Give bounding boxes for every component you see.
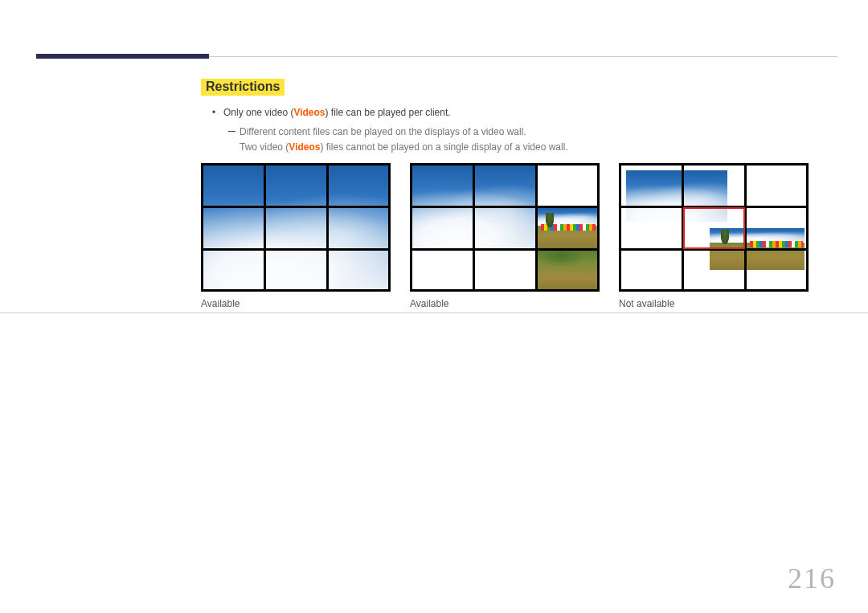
bullet-text: Only one video (Videos) file can be play… [223,105,837,120]
videowall-2 [410,163,600,292]
dash-text: Different content files can be played on… [240,125,837,155]
sky-image [203,166,388,289]
bullet-text-part2: ) file can be played per client. [326,107,451,118]
videowall-1 [201,163,391,292]
bush-icon [546,213,554,227]
caption-rule [0,313,868,313]
caption-2: Available [410,298,600,309]
grid-line [412,248,597,251]
field-image [538,251,597,289]
dash-line2-accent: Videos [289,141,320,153]
grid-line [744,166,747,289]
bullet-item: • Only one video (Videos) file can be pl… [212,105,837,120]
bush-icon [721,230,729,244]
figure-2 [410,163,600,292]
dash-marker [228,125,240,155]
figures-row [201,163,837,292]
grid-line [473,166,475,289]
grid-line [535,166,538,289]
grid-line [621,248,806,251]
dash-line1: Different content files can be played on… [240,126,526,137]
dash-line2-part1: Two video ( [240,141,289,153]
page-number: 216 [788,562,836,595]
caption-3: Not available [619,298,809,309]
main-content: Restrictions • Only one video (Videos) f… [201,79,837,309]
grid-line [682,166,684,289]
videowall-3 [619,163,809,292]
header-accent-bar [36,54,209,59]
grid-line [412,206,597,208]
grid-line [326,166,329,289]
sky-image [626,170,727,222]
section-title: Restrictions [201,79,285,96]
dash-line2-part2: ) files cannot be played on a single dis… [321,141,568,153]
field-image [538,208,597,248]
bullet-marker: • [212,105,223,120]
grid-line [203,248,388,251]
bullet-text-part1: Only one video ( [223,107,293,118]
grid-line [621,206,806,208]
grid-line [203,206,388,208]
flags-strip [750,241,803,247]
figure-1 [201,163,391,292]
bullet-accent-word: Videos [293,107,325,118]
dash-item: Different content files can be played on… [228,125,837,155]
captions-row: Available Available Not available [201,298,837,309]
caption-1: Available [201,298,391,309]
figure-3 [619,163,809,292]
grid-line [264,166,266,289]
